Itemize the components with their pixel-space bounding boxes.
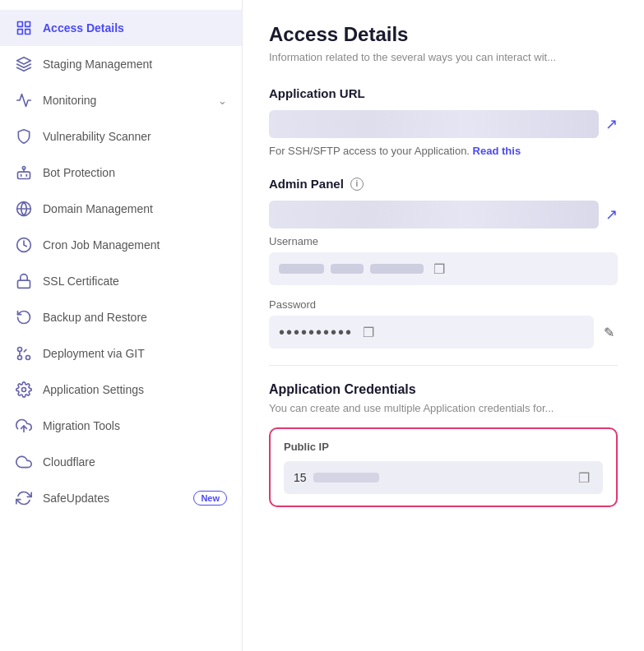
ip-copy-wrap: ❐ bbox=[575, 467, 593, 489]
refresh-icon bbox=[15, 489, 33, 507]
sidebar-item-staging-management[interactable]: Staging Management bbox=[0, 46, 242, 82]
sidebar-label-monitoring: Monitoring bbox=[43, 94, 208, 107]
application-url-blurred bbox=[269, 110, 599, 138]
svg-rect-3 bbox=[25, 30, 30, 35]
lock-icon bbox=[15, 272, 33, 290]
sidebar-item-backup-restore[interactable]: Backup and Restore bbox=[0, 299, 242, 335]
svg-rect-0 bbox=[18, 22, 23, 27]
public-ip-value: 15 bbox=[294, 471, 307, 484]
sidebar-item-deployment-git[interactable]: Deployment via GIT bbox=[0, 335, 242, 372]
public-ip-blur bbox=[313, 473, 379, 482]
sidebar-item-ssl-certificate[interactable]: SSL Certificate bbox=[0, 263, 242, 299]
public-ip-field: 15 ❐ bbox=[284, 461, 603, 494]
username-blur-1 bbox=[279, 264, 324, 274]
chart-icon bbox=[15, 91, 33, 109]
username-blur-3 bbox=[370, 264, 424, 274]
migration-icon bbox=[15, 417, 33, 435]
settings-icon bbox=[15, 381, 33, 399]
sidebar-label-bot-protection: Bot Protection bbox=[43, 166, 227, 179]
layers-icon bbox=[15, 55, 33, 73]
password-field: •••••••••• ❐ bbox=[269, 316, 594, 349]
username-field: ❐ bbox=[269, 252, 618, 285]
admin-panel-url-blurred bbox=[269, 201, 599, 229]
sidebar-label-safeupdates: SafeUpdates bbox=[43, 492, 183, 505]
sidebar-label-staging-management: Staging Management bbox=[43, 58, 227, 71]
sidebar-item-safeupdates[interactable]: SafeUpdates New bbox=[0, 480, 242, 516]
username-label: Username bbox=[269, 235, 618, 247]
sidebar-label-cron-job-management: Cron Job Management bbox=[43, 238, 227, 252]
sidebar-item-migration-tools[interactable]: Migration Tools bbox=[0, 408, 242, 444]
section-divider bbox=[269, 365, 618, 366]
password-copy-button[interactable]: ❐ bbox=[359, 321, 378, 344]
public-ip-card: Public IP 15 ❐ bbox=[269, 427, 618, 507]
application-url-title: Application URL bbox=[269, 86, 618, 100]
application-url-row: ↗ bbox=[269, 110, 618, 138]
sidebar-label-application-settings: Application Settings bbox=[43, 383, 227, 396]
username-field-row: ❐ bbox=[269, 252, 618, 285]
svg-point-14 bbox=[26, 356, 30, 360]
public-ip-row: 15 ❐ bbox=[284, 461, 603, 494]
sidebar-item-vulnerability-scanner[interactable]: Vulnerability Scanner bbox=[0, 118, 242, 155]
info-icon: i bbox=[350, 178, 364, 191]
credentials-section: Application Credentials You can create a… bbox=[269, 382, 618, 507]
sidebar-item-access-details[interactable]: Access Details bbox=[0, 10, 242, 46]
sidebar-label-deployment-git: Deployment via GIT bbox=[43, 347, 227, 360]
credentials-subtitle: You can create and use multiple Applicat… bbox=[269, 402, 618, 414]
read-this-link[interactable]: Read this bbox=[473, 145, 521, 157]
chevron-down-icon: ⌄ bbox=[218, 95, 227, 107]
svg-rect-2 bbox=[18, 30, 23, 35]
svg-rect-1 bbox=[25, 22, 30, 27]
svg-point-17 bbox=[22, 388, 26, 392]
sidebar-item-domain-management[interactable]: Domain Management bbox=[0, 191, 242, 227]
page-subtitle: Information related to the several ways … bbox=[269, 51, 618, 63]
sidebar-item-application-settings[interactable]: Application Settings bbox=[0, 372, 242, 408]
admin-panel-title: Admin Panel bbox=[269, 177, 344, 191]
sidebar-item-monitoring[interactable]: Monitoring ⌄ bbox=[0, 82, 242, 118]
password-field-row: •••••••••• ❐ ✎ bbox=[269, 316, 618, 349]
password-edit-button[interactable]: ✎ bbox=[600, 321, 618, 344]
main-content: Access Details Information related to th… bbox=[243, 0, 644, 651]
globe-icon bbox=[15, 200, 33, 218]
admin-panel-row: Admin Panel i bbox=[269, 177, 618, 191]
backup-icon bbox=[15, 308, 33, 326]
external-link-icon[interactable]: ↗ bbox=[605, 115, 618, 133]
shield-icon bbox=[15, 127, 33, 145]
grid-icon bbox=[15, 19, 33, 37]
sidebar-label-cloudflare: Cloudflare bbox=[43, 455, 227, 469]
password-label: Password bbox=[269, 298, 618, 311]
svg-rect-5 bbox=[18, 172, 30, 178]
sidebar: Access Details Staging Management Monito… bbox=[0, 0, 243, 651]
admin-panel-url-row: ↗ bbox=[269, 201, 618, 229]
sidebar-item-bot-protection[interactable]: Bot Protection bbox=[0, 155, 242, 191]
ssh-note: For SSH/SFTP access to your Application.… bbox=[269, 145, 618, 157]
username-copy-button[interactable]: ❐ bbox=[430, 258, 448, 280]
page-title: Access Details bbox=[269, 23, 618, 46]
public-ip-copy-button[interactable]: ❐ bbox=[575, 467, 593, 489]
robot-icon bbox=[15, 164, 33, 182]
sidebar-label-access-details: Access Details bbox=[43, 21, 227, 35]
svg-rect-13 bbox=[18, 280, 30, 288]
svg-marker-4 bbox=[17, 58, 31, 64]
new-badge: New bbox=[193, 491, 227, 506]
sidebar-label-backup-restore: Backup and Restore bbox=[43, 311, 227, 324]
sidebar-label-migration-tools: Migration Tools bbox=[43, 419, 227, 432]
credentials-title: Application Credentials bbox=[269, 382, 618, 397]
sidebar-label-vulnerability-scanner: Vulnerability Scanner bbox=[43, 130, 227, 143]
git-icon bbox=[15, 344, 33, 362]
public-ip-label: Public IP bbox=[284, 441, 603, 453]
username-blur-2 bbox=[331, 264, 364, 274]
clock-icon bbox=[15, 236, 33, 254]
admin-panel-external-link-icon[interactable]: ↗ bbox=[605, 205, 618, 224]
password-dots: •••••••••• bbox=[279, 323, 353, 342]
sidebar-label-ssl-certificate: SSL Certificate bbox=[43, 275, 227, 288]
sidebar-item-cron-job-management[interactable]: Cron Job Management bbox=[0, 227, 242, 263]
sidebar-item-cloudflare[interactable]: Cloudflare bbox=[0, 444, 242, 480]
cloud-icon bbox=[15, 453, 33, 471]
sidebar-label-domain-management: Domain Management bbox=[43, 202, 227, 215]
